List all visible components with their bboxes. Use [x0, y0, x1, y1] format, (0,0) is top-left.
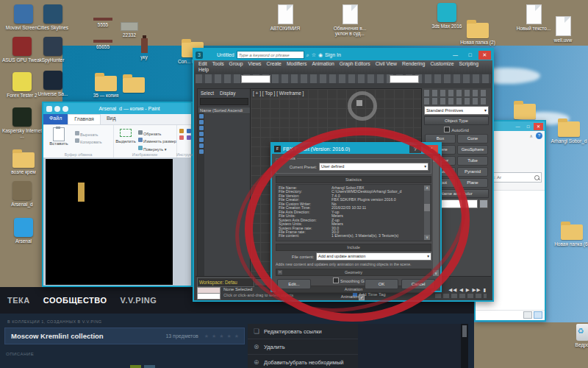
ok-button[interactable]: OK	[365, 279, 398, 289]
desktop-icon[interactable]: Новая папка (2)	[457, 19, 498, 45]
primitives-dropdown[interactable]: Standard Primitives▾	[424, 106, 489, 115]
reference-dropdown[interactable]	[390, 75, 419, 83]
menu-item[interactable]: Edit	[198, 61, 207, 66]
primitive-button[interactable]: Tube	[457, 156, 488, 166]
sign-in-link[interactable]: Sign In	[325, 52, 341, 57]
object-type-rollout[interactable]: Object Type	[424, 116, 489, 125]
selection-filter-dropdown[interactable]	[241, 75, 270, 83]
desktop-icon[interactable]: Arsenal	[3, 218, 44, 244]
desktop-icon[interactable]: Arsenal_d	[1, 181, 43, 207]
max-logo-icon[interactable]: 3	[196, 52, 203, 59]
max-search-input[interactable]	[237, 51, 304, 59]
viewport-label[interactable]: [ + ] [ Top ] [ Wireframe ]	[253, 91, 304, 96]
primitive-button[interactable]: Cone	[457, 134, 488, 144]
menu-item[interactable]: Animation	[312, 61, 334, 66]
desktop-icon[interactable]: Обвинения в... уклон в суд...	[329, 4, 370, 37]
green-button-sliver[interactable]	[130, 365, 141, 368]
scrollbar-thumb[interactable]	[462, 325, 467, 337]
primitive-button[interactable]: Pyramid	[457, 167, 488, 177]
menu-item[interactable]: Views	[248, 61, 261, 66]
select-menu[interactable]: Select	[201, 91, 214, 96]
steam-menu-item[interactable]: ⊕ Добавить/убрать необходимый	[248, 355, 358, 368]
scroll-up-icon[interactable]: ∧	[433, 156, 439, 162]
help-icon[interactable]: ?	[536, 132, 542, 139]
rotate-button[interactable]: Повернуть ▾	[137, 145, 176, 152]
undo-icon[interactable]	[54, 106, 60, 112]
stats-scrollbar[interactable]: ∧ ∨	[424, 185, 430, 240]
max-toolbar[interactable]	[196, 74, 491, 83]
menu-help[interactable]: Help	[198, 66, 488, 74]
blue-button-sliver[interactable]	[144, 365, 155, 368]
panel-tab-icons[interactable]	[424, 90, 489, 96]
menu-item[interactable]: Scripting	[459, 61, 478, 66]
menu-item[interactable]: Rendering	[402, 61, 425, 66]
desktop-icon[interactable]	[113, 74, 154, 94]
crop-button[interactable]: Обрезать	[137, 130, 176, 136]
maximize-button[interactable]: □	[464, 51, 476, 60]
steam-menu-item[interactable]: ⊗ Удалить	[248, 339, 358, 355]
menu-item[interactable]: Create	[267, 61, 282, 66]
nav-profile[interactable]: V.V.PING	[121, 296, 157, 305]
tab-view[interactable]: Вид	[101, 114, 122, 124]
desktop-icon[interactable]: АВТОХИМИЯ	[265, 4, 306, 31]
scene-search-input[interactable]	[200, 98, 248, 105]
desktop-icon[interactable]: well.uvw	[542, 16, 584, 43]
close-button[interactable]: ✕	[423, 145, 438, 153]
workspace-selector[interactable]: Workspace: Defau	[197, 277, 254, 287]
scrollbar-thumb[interactable]	[424, 204, 430, 211]
close-button[interactable]: ✕	[534, 123, 543, 130]
object-color-swatch[interactable]	[479, 199, 488, 208]
menu-item[interactable]: Tools	[212, 61, 224, 66]
search-icon[interactable]: ⌕	[306, 52, 309, 58]
menu-item[interactable]: Customize	[430, 61, 453, 66]
scene-toolbar-icons[interactable]	[198, 113, 204, 276]
nav-library[interactable]: ТЕКА	[7, 296, 30, 305]
playback-controls[interactable]: ◀◀ ◀ ▶ ▶▶ ▮	[448, 287, 487, 293]
cut-button[interactable]: Вырезать	[74, 130, 102, 137]
steam-menu-item[interactable]: ❏ Редактировать ссылки	[248, 324, 358, 339]
minimize-button[interactable]: —	[449, 51, 462, 60]
pencil-icon[interactable]	[179, 129, 184, 133]
minimize-button[interactable]: —	[513, 123, 523, 130]
cancel-button[interactable]: Cancel	[401, 279, 435, 289]
mini-listener-white[interactable]	[197, 293, 220, 300]
create-category-icons[interactable]	[424, 98, 489, 105]
desktop-icon[interactable]: уку	[123, 35, 165, 60]
display-menu[interactable]: Display	[220, 91, 235, 96]
desktop-icon[interactable]: 65655	[82, 31, 123, 49]
picker-icon[interactable]	[187, 135, 191, 140]
eraser-icon[interactable]	[179, 135, 184, 140]
tab-home[interactable]: Главная	[68, 114, 101, 124]
animation-checkbox[interactable]: Animation✓	[276, 294, 431, 300]
primitive-button[interactable]: GeoSphere	[457, 145, 488, 155]
file-content-dropdown[interactable]: Add and update animation▾	[316, 252, 431, 261]
copy-button[interactable]: Копировать	[74, 138, 102, 144]
menu-item[interactable]: Modifiers	[287, 61, 307, 66]
scroll-down-icon[interactable]: ∨	[433, 270, 439, 276]
desktop-icon[interactable]: Новая папка (6)	[551, 221, 588, 247]
coordinate-fields[interactable]	[435, 294, 487, 298]
geometry-section[interactable]: − Geometry	[276, 269, 431, 276]
close-button[interactable]: ✕	[478, 51, 491, 60]
menu-item[interactable]: Civil View	[376, 61, 397, 66]
maximize-button[interactable]: □	[523, 123, 533, 130]
thumbnail-view-button[interactable]	[534, 311, 542, 319]
desktop-icon[interactable]: возле крем	[3, 149, 44, 174]
primitive-button[interactable]: Plane	[457, 178, 488, 188]
resize-button[interactable]: Изменить размер	[137, 137, 176, 144]
autogrid-checkbox[interactable]: AutoGrid	[422, 127, 491, 132]
paint-canvas[interactable]	[46, 159, 173, 285]
dialog-scrollbar[interactable]: ∧ ∨	[433, 156, 439, 276]
menu-item[interactable]: Graph Editors	[340, 61, 370, 66]
tab-file[interactable]: Файл	[43, 114, 68, 124]
desktop-icon[interactable]: Kaspersky Internet ...	[1, 107, 43, 139]
collapse-icon[interactable]: −	[278, 270, 282, 275]
user-icon[interactable]: ◉	[318, 52, 323, 58]
help-button[interactable]: ?	[409, 145, 421, 153]
desktop-icon[interactable]: Cities Skylines	[32, 4, 74, 30]
scroll-down-icon[interactable]: ∨	[424, 235, 430, 240]
steam-scrollbar[interactable]	[461, 324, 468, 368]
desktop-icon[interactable]: Ведро	[562, 324, 588, 347]
nav-community[interactable]: СООБЩЕСТВО	[43, 296, 107, 305]
collection-row[interactable]: Moscow Kremlin! collection 13 предметов …	[4, 328, 245, 344]
